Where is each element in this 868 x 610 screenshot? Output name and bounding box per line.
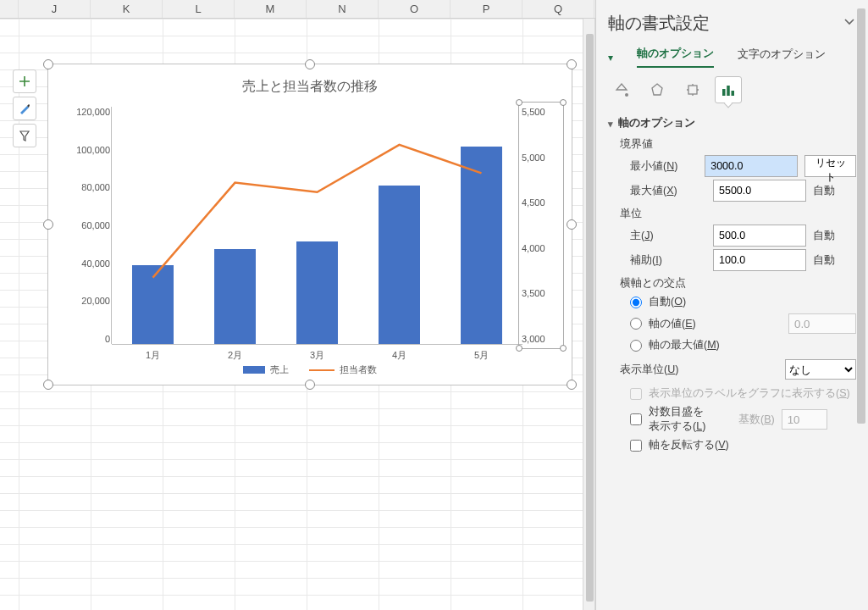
scrollbar-thumb[interactable] [586, 34, 594, 602]
tab-axis-options[interactable]: 軸のオプション [637, 47, 714, 68]
col-header-k[interactable]: K [91, 0, 163, 18]
crosses-value-radio[interactable] [630, 318, 642, 330]
panel-collapse-icon[interactable] [843, 14, 856, 32]
radio-label: 軸の最大値(M) [649, 338, 720, 352]
col-header-q[interactable]: Q [522, 0, 594, 18]
y-tick: 40,000 [64, 258, 110, 269]
section-axis-options-header[interactable]: 軸のオプション [608, 115, 856, 130]
col-header[interactable] [0, 0, 19, 18]
y-tick: 20,000 [64, 296, 110, 306]
reverse-axis-checkbox[interactable] [630, 440, 642, 452]
max-label: 最大値(X) [630, 184, 706, 198]
svg-point-0 [625, 93, 628, 97]
x-tick: 3月 [276, 349, 358, 364]
chart-object[interactable]: 売上と担当者数の推移 120,000 100,000 80,000 60,000… [47, 64, 572, 385]
minor-input[interactable] [713, 249, 806, 271]
x-axis-line [112, 344, 522, 345]
show-units-label-checkbox [630, 388, 642, 400]
resize-handle[interactable] [305, 380, 315, 390]
selection-handle[interactable] [560, 99, 567, 106]
display-units-label: 表示単位(U) [620, 363, 678, 377]
fill-line-icon[interactable] [608, 76, 635, 103]
col-header-n[interactable]: N [307, 0, 379, 18]
log-base-label: 基数(B) [738, 413, 775, 427]
display-units-select[interactable]: なし [785, 359, 856, 380]
auto-label: 自動 [813, 229, 852, 243]
legend-swatch [243, 366, 265, 374]
resize-handle[interactable] [43, 219, 53, 230]
size-properties-icon[interactable] [679, 76, 706, 103]
legend-label: 売上 [270, 363, 289, 376]
col-header-p[interactable]: P [451, 0, 522, 18]
log-scale-checkbox[interactable] [630, 413, 642, 425]
selection-handle[interactable] [560, 345, 567, 352]
chart-quick-tools [13, 69, 36, 147]
col-header-l[interactable]: L [163, 0, 235, 18]
crosses-auto-radio[interactable] [630, 297, 642, 308]
x-tick: 2月 [194, 349, 276, 364]
svg-rect-3 [722, 89, 726, 96]
major-input[interactable] [713, 225, 806, 247]
legend-item[interactable]: 売上 [243, 363, 289, 376]
format-axis-panel: 軸の書式設定 ▾ 軸のオプション 文字のオプション 軸のオプション 境界値 最小… [595, 0, 868, 610]
svg-rect-5 [732, 91, 735, 96]
chart-filter-button[interactable] [13, 124, 36, 147]
panel-title: 軸の書式設定 [608, 12, 710, 35]
crosses-max-radio[interactable] [630, 340, 642, 352]
crosses-value-input [788, 313, 856, 334]
y-tick: 100,000 [64, 145, 110, 155]
resize-handle[interactable] [305, 59, 315, 69]
x-axis-labels[interactable]: 1月 2月 3月 4月 5月 [112, 349, 522, 364]
resize-handle[interactable] [567, 380, 577, 390]
plot-area[interactable] [112, 107, 522, 344]
chevron-down-icon [608, 117, 613, 130]
resize-handle[interactable] [567, 219, 577, 230]
chevron-down-icon: ▾ [608, 52, 613, 64]
format-icon-tabs [608, 76, 856, 103]
resize-handle[interactable] [43, 380, 53, 390]
col-header-m[interactable]: M [235, 0, 307, 18]
checkbox-label: 表示単位のラベルをグラフに表示する(S) [649, 386, 850, 401]
legend-label: 担当者数 [340, 363, 377, 376]
panel-scrollbar[interactable] [857, 8, 865, 602]
y-tick: 60,000 [64, 220, 110, 230]
axis-options-icon[interactable] [715, 76, 742, 103]
checkbox-label: 軸を反転する(V) [649, 438, 729, 452]
col-header-j[interactable]: J [19, 0, 91, 18]
min-input[interactable] [705, 155, 798, 177]
chart-elements-button[interactable] [13, 69, 36, 93]
crosses-label: 横軸との交点 [620, 276, 856, 291]
major-label: 主(J) [630, 229, 706, 243]
secondary-axis-selection[interactable] [518, 102, 564, 349]
scrollbar-thumb[interactable] [857, 8, 865, 424]
checkbox-label: 対数目盛を表示する(L) [649, 405, 732, 434]
reset-button[interactable]: リセット [804, 155, 856, 177]
log-base-input [782, 409, 827, 430]
units-label: 単位 [620, 207, 856, 221]
min-label: 最小値(N) [630, 159, 698, 174]
resize-handle[interactable] [43, 59, 53, 69]
auto-label: 自動 [813, 253, 852, 268]
col-header-o[interactable]: O [379, 0, 451, 18]
vertical-scrollbar[interactable] [583, 19, 595, 610]
chart-title[interactable]: 売上と担当者数の推移 [48, 64, 572, 103]
legend-line [309, 369, 334, 371]
legend[interactable]: 売上 担当者数 [48, 363, 572, 376]
svg-marker-1 [652, 84, 662, 95]
y-tick: 80,000 [64, 182, 110, 192]
legend-item[interactable]: 担当者数 [309, 363, 377, 376]
svg-rect-4 [727, 86, 730, 96]
chart-styles-button[interactable] [13, 97, 36, 120]
y-tick: 0 [64, 334, 110, 344]
tab-text-options[interactable]: 文字のオプション [738, 47, 826, 67]
y-axis-left[interactable]: 120,000 100,000 80,000 60,000 40,000 20,… [64, 107, 110, 344]
resize-handle[interactable] [567, 59, 577, 69]
svg-rect-2 [688, 86, 697, 94]
radio-label: 軸の値(E) [649, 317, 696, 331]
selection-handle[interactable] [516, 99, 522, 106]
section-label: 軸のオプション [618, 115, 695, 130]
max-input[interactable] [713, 180, 806, 202]
effects-icon[interactable] [644, 76, 671, 103]
format-tabs: ▾ 軸のオプション 文字のオプション [608, 47, 856, 68]
line-series[interactable] [112, 107, 522, 344]
